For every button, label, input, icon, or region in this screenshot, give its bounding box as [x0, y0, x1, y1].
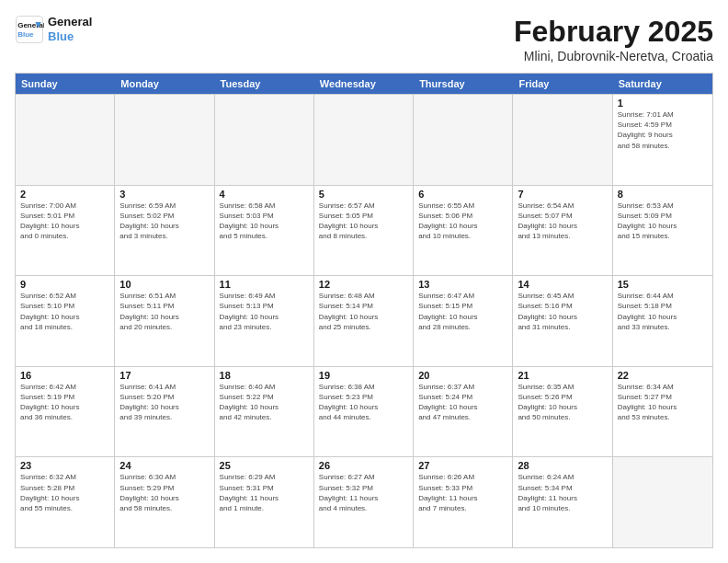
day-number: 2	[20, 189, 109, 200]
day-number: 27	[418, 460, 507, 471]
day-number: 21	[518, 370, 607, 381]
day-info: Sunrise: 6:42 AM Sunset: 5:19 PM Dayligh…	[20, 382, 109, 423]
calendar-body: 1Sunrise: 7:01 AM Sunset: 4:59 PM Daylig…	[16, 94, 712, 547]
svg-text:Blue: Blue	[17, 30, 34, 39]
day-cell-14: 14Sunrise: 6:45 AM Sunset: 5:16 PM Dayli…	[513, 276, 612, 366]
day-cell-9: 9Sunrise: 6:52 AM Sunset: 5:10 PM Daylig…	[16, 276, 115, 366]
header: General Blue General Blue February 2025 …	[15, 15, 713, 63]
day-number: 20	[418, 370, 507, 381]
day-info: Sunrise: 6:48 AM Sunset: 5:14 PM Dayligh…	[319, 291, 408, 332]
day-cell-21: 21Sunrise: 6:35 AM Sunset: 5:26 PM Dayli…	[513, 367, 612, 457]
day-number: 16	[20, 370, 109, 381]
day-info: Sunrise: 6:53 AM Sunset: 5:09 PM Dayligh…	[618, 201, 708, 242]
empty-cell	[115, 95, 214, 185]
day-info: Sunrise: 6:32 AM Sunset: 5:28 PM Dayligh…	[20, 472, 109, 513]
day-info: Sunrise: 6:27 AM Sunset: 5:32 PM Dayligh…	[319, 472, 408, 513]
day-cell-27: 27Sunrise: 6:26 AM Sunset: 5:33 PM Dayli…	[414, 457, 513, 547]
empty-cell	[314, 95, 414, 185]
day-info: Sunrise: 6:52 AM Sunset: 5:10 PM Dayligh…	[20, 291, 109, 332]
logo-icon: General Blue	[15, 15, 44, 44]
day-header-tuesday: Tuesday	[215, 74, 314, 94]
day-info: Sunrise: 6:38 AM Sunset: 5:23 PM Dayligh…	[319, 382, 408, 423]
day-number: 4	[220, 189, 309, 200]
day-number: 17	[119, 370, 209, 381]
day-number: 23	[20, 460, 109, 471]
day-cell-28: 28Sunrise: 6:24 AM Sunset: 5:34 PM Dayli…	[513, 457, 612, 547]
page: General Blue General Blue February 2025 …	[0, 0, 728, 563]
day-info: Sunrise: 6:41 AM Sunset: 5:20 PM Dayligh…	[119, 382, 209, 423]
day-number: 19	[319, 370, 408, 381]
location: Mlini, Dubrovnik-Neretva, Croatia	[514, 49, 713, 63]
empty-cell	[16, 95, 115, 185]
empty-cell	[613, 457, 712, 547]
day-info: Sunrise: 7:01 AM Sunset: 4:59 PM Dayligh…	[618, 109, 708, 151]
day-cell-13: 13Sunrise: 6:47 AM Sunset: 5:15 PM Dayli…	[414, 276, 513, 366]
day-cell-4: 4Sunrise: 6:58 AM Sunset: 5:03 PM Daylig…	[215, 186, 314, 276]
day-info: Sunrise: 6:55 AM Sunset: 5:06 PM Dayligh…	[418, 201, 507, 242]
day-cell-3: 3Sunrise: 6:59 AM Sunset: 5:02 PM Daylig…	[115, 186, 214, 276]
day-number: 28	[518, 460, 607, 471]
day-number: 24	[119, 460, 209, 471]
day-cell-22: 22Sunrise: 6:34 AM Sunset: 5:27 PM Dayli…	[613, 367, 712, 457]
day-number: 25	[220, 460, 309, 471]
day-header-saturday: Saturday	[613, 74, 712, 94]
day-cell-19: 19Sunrise: 6:38 AM Sunset: 5:23 PM Dayli…	[314, 367, 414, 457]
empty-cell	[215, 95, 314, 185]
day-info: Sunrise: 6:35 AM Sunset: 5:26 PM Dayligh…	[518, 382, 607, 423]
calendar-row-4: 16Sunrise: 6:42 AM Sunset: 5:19 PM Dayli…	[16, 366, 712, 457]
day-number: 11	[220, 279, 309, 290]
day-cell-12: 12Sunrise: 6:48 AM Sunset: 5:14 PM Dayli…	[314, 276, 414, 366]
day-cell-16: 16Sunrise: 6:42 AM Sunset: 5:19 PM Dayli…	[16, 367, 115, 457]
day-info: Sunrise: 6:47 AM Sunset: 5:15 PM Dayligh…	[418, 291, 507, 332]
day-cell-18: 18Sunrise: 6:40 AM Sunset: 5:22 PM Dayli…	[215, 367, 314, 457]
logo: General Blue General Blue	[15, 15, 92, 44]
day-header-monday: Monday	[115, 74, 214, 94]
day-number: 15	[618, 279, 708, 290]
day-number: 18	[220, 370, 309, 381]
day-info: Sunrise: 6:29 AM Sunset: 5:31 PM Dayligh…	[220, 472, 309, 513]
day-info: Sunrise: 6:54 AM Sunset: 5:07 PM Dayligh…	[518, 201, 607, 242]
calendar-header: SundayMondayTuesdayWednesdayThursdayFrid…	[16, 74, 712, 94]
day-info: Sunrise: 6:44 AM Sunset: 5:18 PM Dayligh…	[618, 291, 708, 332]
day-number: 5	[319, 189, 408, 200]
day-number: 1	[618, 98, 708, 109]
day-number: 9	[20, 279, 109, 290]
empty-cell	[414, 95, 513, 185]
day-info: Sunrise: 6:34 AM Sunset: 5:27 PM Dayligh…	[618, 382, 708, 423]
day-number: 7	[518, 189, 607, 200]
day-number: 12	[319, 279, 408, 290]
day-info: Sunrise: 6:51 AM Sunset: 5:11 PM Dayligh…	[119, 291, 209, 332]
logo-text: General Blue	[48, 15, 92, 43]
calendar-row-5: 23Sunrise: 6:32 AM Sunset: 5:28 PM Dayli…	[16, 456, 712, 547]
calendar-row-2: 2Sunrise: 7:00 AM Sunset: 5:01 PM Daylig…	[16, 185, 712, 276]
day-info: Sunrise: 7:00 AM Sunset: 5:01 PM Dayligh…	[20, 201, 109, 242]
day-info: Sunrise: 6:24 AM Sunset: 5:34 PM Dayligh…	[518, 472, 607, 513]
day-cell-23: 23Sunrise: 6:32 AM Sunset: 5:28 PM Dayli…	[16, 457, 115, 547]
day-info: Sunrise: 6:57 AM Sunset: 5:05 PM Dayligh…	[319, 201, 408, 242]
day-info: Sunrise: 6:45 AM Sunset: 5:16 PM Dayligh…	[518, 291, 607, 332]
day-number: 26	[319, 460, 408, 471]
day-info: Sunrise: 6:26 AM Sunset: 5:33 PM Dayligh…	[418, 472, 507, 513]
calendar-row-1: 1Sunrise: 7:01 AM Sunset: 4:59 PM Daylig…	[16, 94, 712, 185]
day-cell-26: 26Sunrise: 6:27 AM Sunset: 5:32 PM Dayli…	[314, 457, 414, 547]
day-info: Sunrise: 6:40 AM Sunset: 5:22 PM Dayligh…	[220, 382, 309, 423]
day-cell-2: 2Sunrise: 7:00 AM Sunset: 5:01 PM Daylig…	[16, 186, 115, 276]
title-area: February 2025 Mlini, Dubrovnik-Neretva, …	[514, 15, 713, 63]
day-cell-17: 17Sunrise: 6:41 AM Sunset: 5:20 PM Dayli…	[115, 367, 214, 457]
empty-cell	[513, 95, 612, 185]
day-number: 3	[119, 189, 209, 200]
day-cell-15: 15Sunrise: 6:44 AM Sunset: 5:18 PM Dayli…	[613, 276, 712, 366]
day-number: 6	[418, 189, 507, 200]
day-header-friday: Friday	[513, 74, 612, 94]
day-number: 10	[119, 279, 209, 290]
calendar: SundayMondayTuesdayWednesdayThursdayFrid…	[15, 73, 713, 548]
day-info: Sunrise: 6:30 AM Sunset: 5:29 PM Dayligh…	[119, 472, 209, 513]
day-cell-25: 25Sunrise: 6:29 AM Sunset: 5:31 PM Dayli…	[215, 457, 314, 547]
day-cell-10: 10Sunrise: 6:51 AM Sunset: 5:11 PM Dayli…	[115, 276, 214, 366]
day-number: 14	[518, 279, 607, 290]
day-cell-7: 7Sunrise: 6:54 AM Sunset: 5:07 PM Daylig…	[513, 186, 612, 276]
month-title: February 2025	[514, 15, 713, 49]
day-header-thursday: Thursday	[414, 74, 513, 94]
day-number: 22	[618, 370, 708, 381]
day-cell-5: 5Sunrise: 6:57 AM Sunset: 5:05 PM Daylig…	[314, 186, 414, 276]
